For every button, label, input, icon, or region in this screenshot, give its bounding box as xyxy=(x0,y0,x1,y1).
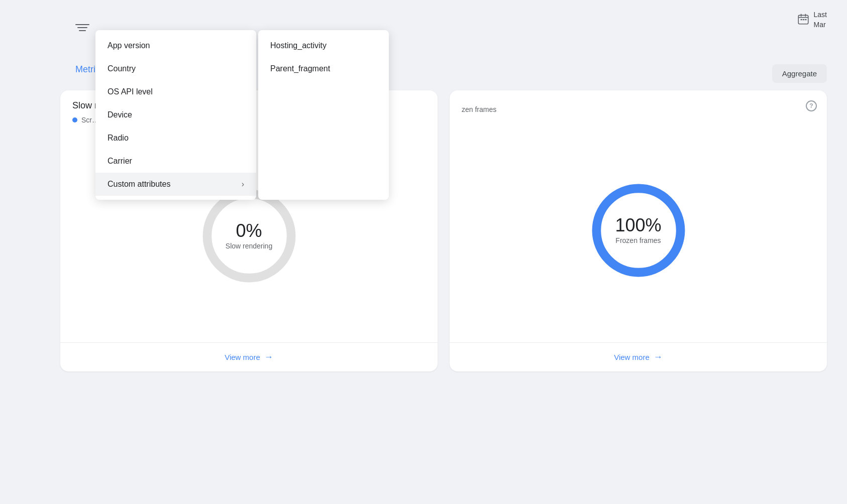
filter-line-1 xyxy=(75,24,89,25)
view-more-slow-text: View more xyxy=(225,353,260,361)
dropdown-item-custom-attributes[interactable]: Custom attributes › xyxy=(95,173,256,196)
dropdown-label-os-api-level: OS API level xyxy=(108,87,153,96)
dropdown-item-parent-fragment[interactable]: Parent_fragment xyxy=(258,57,389,80)
calendar-area: Last Mar xyxy=(797,10,827,30)
arrow-right-slow: → xyxy=(264,352,273,362)
svg-rect-6 xyxy=(805,19,806,20)
dropdown-primary: App version Country OS API level Device … xyxy=(95,30,256,200)
dropdown-label-parent-fragment: Parent_fragment xyxy=(270,64,330,73)
filter-icon[interactable] xyxy=(75,24,89,34)
frozen-percent: 100% xyxy=(615,216,661,234)
dot-blue-slow xyxy=(72,117,77,122)
dropdown-secondary: Hosting_activity Parent_fragment xyxy=(258,30,389,200)
dropdown-item-app-version[interactable]: App version xyxy=(95,34,256,57)
dropdown-label-app-version: App version xyxy=(108,41,150,50)
date-label: Last Mar xyxy=(814,10,827,30)
card-subtitle-frozen: zen frames xyxy=(450,100,827,118)
svg-rect-4 xyxy=(800,19,802,20)
donut-frozen: 100% Frozen frames xyxy=(583,175,694,286)
card-footer-slow: View more → xyxy=(60,342,438,371)
card-body-frozen: 100% Frozen frames xyxy=(450,118,827,342)
mar-text: Mar xyxy=(814,20,827,30)
subtitle-text-frozen: zen frames xyxy=(462,105,496,113)
arrow-right-frozen: → xyxy=(654,352,663,362)
dropdown-item-carrier[interactable]: Carrier xyxy=(95,150,256,173)
dropdown-label-custom-attributes: Custom attributes xyxy=(108,180,170,189)
view-more-slow[interactable]: View more → xyxy=(72,352,426,362)
dropdown-label-radio: Radio xyxy=(108,134,129,143)
dropdown-overlay: App version Country OS API level Device … xyxy=(95,30,389,200)
chevron-right-icon: › xyxy=(242,180,244,189)
dropdown-label-country: Country xyxy=(108,64,136,73)
view-more-frozen-text: View more xyxy=(614,353,650,361)
dropdown-label-device: Device xyxy=(108,110,132,119)
dropdown-item-hosting-activity[interactable]: Hosting_activity xyxy=(258,34,389,57)
aggregate-button[interactable]: Aggregate xyxy=(772,64,827,83)
dropdown-item-os-api-level[interactable]: OS API level xyxy=(95,80,256,103)
top-right-area: Last Mar xyxy=(797,10,827,30)
svg-rect-5 xyxy=(802,19,804,20)
dropdown-item-device[interactable]: Device xyxy=(95,103,256,127)
card-footer-frozen: View more → xyxy=(450,342,827,371)
filter-icon-button[interactable] xyxy=(75,24,89,34)
question-icon[interactable]: ? xyxy=(806,100,817,111)
dropdown-label-carrier: Carrier xyxy=(108,157,132,166)
frozen-frames-card: ? zen frames 100% Frozen frames View mor… xyxy=(450,90,827,371)
donut-center-frozen: 100% Frozen frames xyxy=(615,216,661,244)
view-more-frozen[interactable]: View more → xyxy=(462,352,815,362)
last-text: Last xyxy=(814,10,827,20)
dropdown-item-country[interactable]: Country xyxy=(95,57,256,80)
dropdown-label-hosting-activity: Hosting_activity xyxy=(270,41,327,50)
filter-line-3 xyxy=(79,30,86,31)
filter-line-2 xyxy=(77,27,87,28)
frozen-label: Frozen frames xyxy=(615,236,661,244)
slow-label: Slow rendering xyxy=(226,242,272,250)
slow-percent: 0% xyxy=(226,222,272,240)
calendar-icon xyxy=(797,13,810,28)
dropdown-item-radio[interactable]: Radio xyxy=(95,127,256,150)
donut-center-slow: 0% Slow rendering xyxy=(226,222,272,250)
